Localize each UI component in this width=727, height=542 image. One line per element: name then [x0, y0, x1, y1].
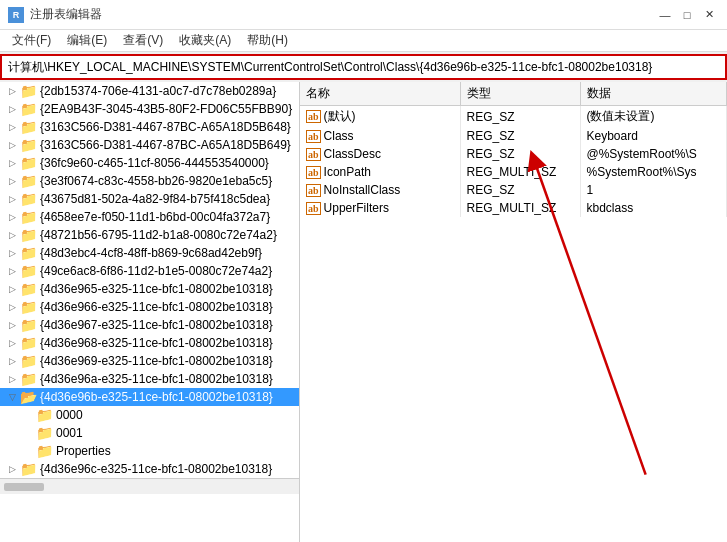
- tree-item[interactable]: ▷ 📁 {2db15374-706e-4131-a0c7-d7c78eb0289…: [0, 82, 299, 100]
- tree-item[interactable]: ▷ 📁 {43675d81-502a-4a82-9f84-b75f418c5de…: [0, 190, 299, 208]
- tree-item[interactable]: ▷ 📁 {4d36e969-e325-11ce-bfc1-08002be1031…: [0, 352, 299, 370]
- reg-value-icon: ab: [306, 130, 321, 143]
- address-bar: 计算机\HKEY_LOCAL_MACHINE\SYSTEM\CurrentCon…: [0, 54, 727, 80]
- table-row[interactable]: abClassDesc REG_SZ @%SystemRoot%\S: [300, 145, 727, 163]
- expander-icon[interactable]: ▷: [4, 461, 20, 477]
- left-scrollbar[interactable]: [0, 478, 299, 494]
- reg-type: REG_MULTI_SZ: [460, 199, 580, 217]
- expander-icon[interactable]: ▷: [4, 119, 20, 135]
- menu-file[interactable]: 文件(F): [4, 30, 59, 51]
- col-name-header[interactable]: 名称: [300, 82, 460, 106]
- reg-data: %SystemRoot%\Sys: [580, 163, 727, 181]
- expander-icon[interactable]: ▷: [4, 335, 20, 351]
- tree-item[interactable]: ▷ 📁 {3163C566-D381-4467-87BC-A65A18D5B64…: [0, 136, 299, 154]
- menu-bar: 文件(F) 编辑(E) 查看(V) 收藏夹(A) 帮助(H): [0, 30, 727, 52]
- tree-item[interactable]: ▷ 📁 {4d36e966-e325-11ce-bfc1-08002be1031…: [0, 298, 299, 316]
- tree-sub-item[interactable]: 📁 Properties: [0, 442, 299, 460]
- right-pane: 名称 类型 数据 ab(默认) REG_SZ (数值未设置) abClass: [300, 82, 727, 542]
- reg-type: REG_SZ: [460, 106, 580, 128]
- expander-icon[interactable]: ▷: [4, 299, 20, 315]
- reg-value-icon: ab: [306, 148, 321, 161]
- expander-icon[interactable]: ▷: [4, 173, 20, 189]
- expander-icon[interactable]: ▷: [4, 227, 20, 243]
- tree-label: {2db15374-706e-4131-a0c7-d7c78eb0289a}: [40, 84, 276, 98]
- reg-data: Keyboard: [580, 127, 727, 145]
- col-type-header[interactable]: 类型: [460, 82, 580, 106]
- reg-data: kbdclass: [580, 199, 727, 217]
- tree-label: {4d36e966-e325-11ce-bfc1-08002be10318}: [40, 300, 273, 314]
- tree-label: 0000: [56, 408, 83, 422]
- main-content: ▷ 📁 {2db15374-706e-4131-a0c7-d7c78eb0289…: [0, 82, 727, 542]
- col-data-header[interactable]: 数据: [580, 82, 727, 106]
- tree-sub-item[interactable]: 📁 0001: [0, 424, 299, 442]
- reg-data: 1: [580, 181, 727, 199]
- expander-icon[interactable]: ▷: [4, 281, 20, 297]
- expander-icon[interactable]: ▷: [4, 263, 20, 279]
- tree-item[interactable]: ▷ 📁 {4d36e96c-e325-11ce-bfc1-08002be1031…: [0, 460, 299, 478]
- expander-icon[interactable]: ▷: [4, 245, 20, 261]
- tree-label: {4d36e96a-e325-11ce-bfc1-08002be10318}: [40, 372, 273, 386]
- tree-item[interactable]: ▷ 📁 {49ce6ac8-6f86-11d2-b1e5-0080c72e74a…: [0, 262, 299, 280]
- reg-type: REG_SZ: [460, 145, 580, 163]
- expander-icon[interactable]: ▷: [4, 353, 20, 369]
- expander-icon[interactable]: ▷: [4, 101, 20, 117]
- table-row[interactable]: abNoInstallClass REG_SZ 1: [300, 181, 727, 199]
- expander-icon[interactable]: ▷: [4, 137, 20, 153]
- reg-data: (数值未设置): [580, 106, 727, 128]
- tree-sub-item[interactable]: 📁 0000: [0, 406, 299, 424]
- tree-label: Properties: [56, 444, 111, 458]
- tree-label: {4d36e965-e325-11ce-bfc1-08002be10318}: [40, 282, 273, 296]
- left-pane[interactable]: ▷ 📁 {2db15374-706e-4131-a0c7-d7c78eb0289…: [0, 82, 300, 542]
- tree-label: {3163C566-D381-4467-87BC-A65A18D5B649}: [40, 138, 291, 152]
- registry-table: 名称 类型 数据 ab(默认) REG_SZ (数值未设置) abClass: [300, 82, 727, 217]
- expander-icon[interactable]: ▷: [4, 371, 20, 387]
- tree-item[interactable]: ▷ 📁 {2EA9B43F-3045-43B5-80F2-FD06C55FBB9…: [0, 100, 299, 118]
- reg-name: ab(默认): [300, 106, 460, 128]
- tree-label: {4d36e969-e325-11ce-bfc1-08002be10318}: [40, 354, 273, 368]
- tree-item-selected[interactable]: ▽ 📂 {4d36e96b-e325-11ce-bfc1-08002be1031…: [0, 388, 299, 406]
- expander-icon[interactable]: ▷: [4, 317, 20, 333]
- tree-item[interactable]: ▷ 📁 {4d36e968-e325-11ce-bfc1-08002be1031…: [0, 334, 299, 352]
- menu-view[interactable]: 查看(V): [115, 30, 171, 51]
- menu-help[interactable]: 帮助(H): [239, 30, 296, 51]
- title-bar-left: R 注册表编辑器: [8, 6, 102, 23]
- tree-item[interactable]: ▷ 📁 {3e3f0674-c83c-4558-bb26-9820e1eba5c…: [0, 172, 299, 190]
- app-icon: R: [8, 7, 24, 23]
- tree-label: {49ce6ac8-6f86-11d2-b1e5-0080c72e74a2}: [40, 264, 272, 278]
- menu-edit[interactable]: 编辑(E): [59, 30, 115, 51]
- menu-favorites[interactable]: 收藏夹(A): [171, 30, 239, 51]
- table-row[interactable]: ab(默认) REG_SZ (数值未设置): [300, 106, 727, 128]
- title-bar: R 注册表编辑器 — □ ✕: [0, 0, 727, 30]
- tree-item[interactable]: ▷ 📁 {48721b56-6795-11d2-b1a8-0080c72e74a…: [0, 226, 299, 244]
- reg-data: @%SystemRoot%\S: [580, 145, 727, 163]
- expander-icon[interactable]: ▽: [4, 389, 20, 405]
- table-row[interactable]: abClass REG_SZ Keyboard: [300, 127, 727, 145]
- expander-icon[interactable]: ▷: [4, 83, 20, 99]
- expander-icon[interactable]: ▷: [4, 191, 20, 207]
- title-bar-controls: — □ ✕: [655, 6, 719, 24]
- tree-label: {48d3ebc4-4cf8-48ff-b869-9c68ad42eb9f}: [40, 246, 262, 260]
- tree-item[interactable]: ▷ 📁 {4d36e965-e325-11ce-bfc1-08002be1031…: [0, 280, 299, 298]
- tree-item[interactable]: ▷ 📁 {4658ee7e-f050-11d1-b6bd-00c04fa372a…: [0, 208, 299, 226]
- maximize-button[interactable]: □: [677, 6, 697, 24]
- reg-type: REG_SZ: [460, 181, 580, 199]
- tree-item[interactable]: ▷ 📁 {3163C566-D381-4467-87BC-A65A18D5B64…: [0, 118, 299, 136]
- reg-name: abUpperFilters: [300, 199, 460, 217]
- close-button[interactable]: ✕: [699, 6, 719, 24]
- tree-item[interactable]: ▷ 📁 {4d36e96a-e325-11ce-bfc1-08002be1031…: [0, 370, 299, 388]
- expander-icon[interactable]: ▷: [4, 209, 20, 225]
- tree-label: 0001: [56, 426, 83, 440]
- reg-value-icon: ab: [306, 184, 321, 197]
- tree-item[interactable]: ▷ 📁 {48d3ebc4-4cf8-48ff-b869-9c68ad42eb9…: [0, 244, 299, 262]
- expander-icon[interactable]: ▷: [4, 155, 20, 171]
- tree-item[interactable]: ▷ 📁 {36fc9e60-c465-11cf-8056-44455354000…: [0, 154, 299, 172]
- tree-label: {3e3f0674-c83c-4558-bb26-9820e1eba5c5}: [40, 174, 272, 188]
- table-row[interactable]: abIconPath REG_MULTI_SZ %SystemRoot%\Sys: [300, 163, 727, 181]
- tree-item[interactable]: ▷ 📁 {4d36e967-e325-11ce-bfc1-08002be1031…: [0, 316, 299, 334]
- tree-label: {4d36e967-e325-11ce-bfc1-08002be10318}: [40, 318, 273, 332]
- table-row[interactable]: abUpperFilters REG_MULTI_SZ kbdclass: [300, 199, 727, 217]
- reg-name: abIconPath: [300, 163, 460, 181]
- minimize-button[interactable]: —: [655, 6, 675, 24]
- tree-label: {3163C566-D381-4467-87BC-A65A18D5B648}: [40, 120, 291, 134]
- window-title: 注册表编辑器: [30, 6, 102, 23]
